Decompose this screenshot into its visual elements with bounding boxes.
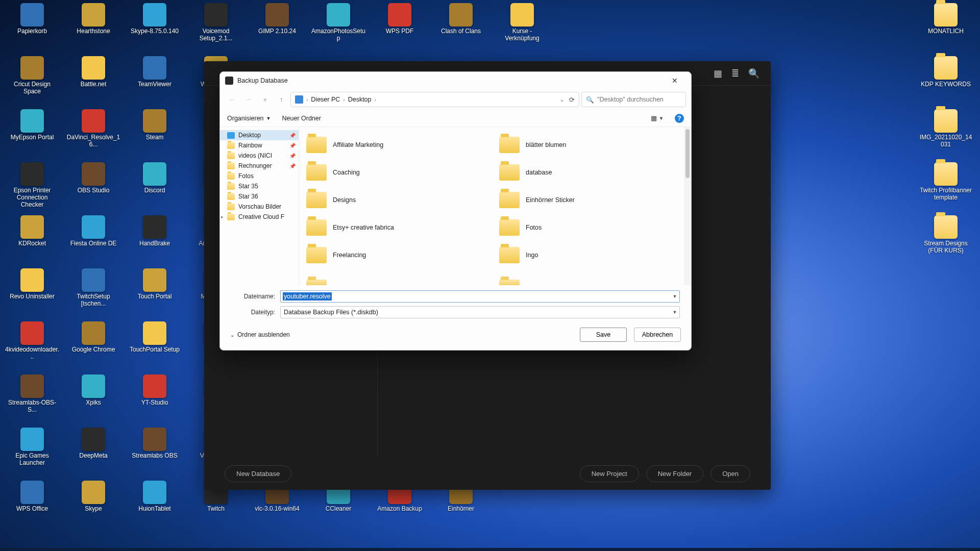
folder-entry[interactable]: Fotos (494, 214, 682, 241)
hide-folders-toggle[interactable]: ⌄ Ordner ausblenden (230, 331, 290, 338)
breadcrumb-item-0[interactable]: Dieser PC (311, 96, 340, 103)
dateityp-field[interactable]: Database Backup Files (*.diskdb) ▼ (280, 306, 680, 318)
desktop-icon[interactable]: Revo Uninstaller (4, 268, 60, 300)
file-grid[interactable]: Affiliate Marketingblätter blumenCoachin… (299, 127, 684, 285)
desktop-icon[interactable]: Voicemod​Setup_2.1... (188, 3, 244, 42)
search-icon[interactable]: 🔍 (748, 68, 760, 79)
folder-entry[interactable]: Designs (301, 186, 489, 214)
scrollbar-thumb[interactable] (685, 129, 690, 178)
desktop-icon[interactable]: TwitchSetup [tschen... (65, 268, 121, 308)
expand-icon[interactable]: ▸ (221, 214, 224, 219)
desktop-icon[interactable]: Clash of Clans (433, 3, 489, 35)
desktop-icon[interactable]: DaVinci_Resolve_16... (65, 109, 121, 148)
breadcrumb-dropdown-icon[interactable]: ⌄ (560, 97, 564, 103)
search-box[interactable]: 🔍 (581, 92, 686, 107)
organize-menu[interactable]: Organisieren ▼ (227, 115, 271, 122)
folder-entry[interactable]: blätter blumen (494, 131, 682, 159)
grid-view-icon[interactable]: ▦ (714, 68, 722, 79)
desktop-icon[interactable]: KDRocket (4, 215, 60, 247)
desktop-icon[interactable]: MyEpson Portal (4, 109, 60, 141)
dateiname-dropdown-icon[interactable]: ▼ (670, 294, 679, 299)
desktop-icon[interactable]: OBS Studio (65, 162, 121, 194)
desktop-icon[interactable]: Xpiks (65, 374, 121, 407)
desktop-icon[interactable]: GIMP 2.10.24 (249, 3, 305, 35)
desktop-icon[interactable]: Epic Games Launcher (4, 428, 60, 467)
desktop-icon[interactable]: Papierkorb (4, 3, 60, 35)
breadcrumb[interactable]: › Dieser PC › Desktop › ⌄ ⟳ (290, 92, 579, 107)
folder-entry[interactable]: Einhörner Sticker (494, 186, 682, 214)
folder-entry[interactable]: Ingo (494, 241, 682, 269)
tree-item[interactable]: Star 35 (220, 181, 299, 191)
open-button[interactable]: Open (710, 465, 750, 482)
desktop-icon[interactable]: HuionTablet (127, 481, 183, 513)
tree-item[interactable]: ▸Creative Cloud F (220, 212, 299, 222)
desktop-icon[interactable]: DeepMeta (65, 428, 121, 460)
save-button[interactable]: Save (580, 328, 627, 342)
tree-item[interactable]: Vorschau Bilder (220, 202, 299, 212)
desktop-icon[interactable]: Epson Printer Connection Checker (4, 162, 60, 208)
folder-entry[interactable]: database (494, 159, 682, 186)
tree-item[interactable]: videos (NICI📌 (220, 151, 299, 161)
pin-icon[interactable]: 📌 (289, 163, 296, 169)
folder-entry[interactable] (301, 269, 489, 285)
desktop-icon[interactable]: Skype-8.75.0.140 (127, 3, 183, 35)
desktop-icon[interactable]: YT-Studio (127, 374, 183, 407)
desktop-icon[interactable]: Google Chrome (65, 321, 121, 354)
desktop-icon[interactable]: TouchPortal Setup (127, 321, 183, 354)
desktop-icon[interactable]: Cricut Design Space (4, 56, 60, 95)
pin-icon[interactable]: 📌 (289, 153, 296, 159)
cancel-button[interactable]: Abbrechen (634, 328, 681, 342)
breadcrumb-item-1[interactable]: Desktop (348, 96, 372, 103)
folder-entry[interactable]: Affiliate Marketing (301, 131, 489, 159)
pin-icon[interactable]: 📌 (289, 143, 296, 148)
dateiname-field[interactable]: youtuber.resolve ▼ (280, 290, 680, 303)
list-view-icon[interactable]: ≣ (731, 68, 739, 79)
dateityp-dropdown-icon[interactable]: ▼ (670, 310, 679, 315)
tree-item[interactable]: Star 36 (220, 191, 299, 202)
desktop-icon[interactable]: AmazonPhotosSetup (310, 3, 366, 42)
desktop-icon[interactable]: WPS PDF (372, 3, 428, 35)
tree-item[interactable]: Rainbow📌 (220, 140, 299, 151)
desktop-icon[interactable]: KDP KEYWORDS (918, 56, 974, 88)
pin-icon[interactable]: 📌 (289, 133, 296, 138)
folder-entry[interactable]: Coaching (301, 159, 489, 186)
dialog-titlebar[interactable]: Backup Database ✕ (220, 72, 691, 89)
desktop-icon[interactable]: Streamlabs OBS (127, 428, 183, 460)
new-folder-button[interactable]: Neuer Ordner (282, 115, 321, 122)
new-folder-button-app[interactable]: New Folder (646, 465, 703, 482)
desktop-icon[interactable]: Stream Designs (FÜR KURS) (918, 215, 974, 255)
desktop-icon[interactable]: Fiesta Online DE (65, 215, 121, 247)
desktop-icon[interactable]: IMG_20211020_14031 (918, 109, 974, 148)
desktop-icon[interactable]: Steam (127, 109, 183, 141)
tree-item[interactable]: Desktop📌 (220, 130, 299, 140)
desktop-icon[interactable]: Streamlabs-OBS-S... (4, 374, 60, 414)
taskbar[interactable] (0, 548, 980, 551)
desktop-icon[interactable]: 4kvideodownloader... (4, 321, 60, 361)
nav-tree-scroll[interactable]: Desktop📌Rainbow📌videos (NICI📌Rechnunger📌… (220, 130, 299, 282)
desktop-icon[interactable]: Touch Portal (127, 268, 183, 300)
chevron-right-icon[interactable]: › (343, 97, 345, 103)
help-icon[interactable]: ? (675, 114, 684, 123)
folder-entry[interactable]: Freelancing (301, 241, 489, 269)
desktop-icon[interactable]: MONATLICH (918, 3, 974, 35)
new-database-button[interactable]: New Database (225, 465, 291, 482)
refresh-icon[interactable]: ⟳ (569, 96, 575, 104)
scrollbar[interactable] (684, 127, 691, 285)
dateiname-value[interactable]: youtuber.resolve (283, 292, 332, 300)
desktop-icon[interactable]: Hearthstone (65, 3, 121, 35)
desktop-icon[interactable]: WPS Office (4, 481, 60, 513)
tree-item[interactable]: Fotos (220, 171, 299, 181)
chevron-right-icon[interactable]: › (375, 97, 376, 103)
desktop-icon[interactable]: Discord (127, 162, 183, 194)
chevron-right-icon[interactable]: › (306, 97, 308, 103)
new-project-button[interactable]: New Project (580, 465, 639, 482)
folder-entry[interactable]: Etsy+ creative fabrica (301, 214, 489, 241)
desktop-icon[interactable]: HandBrake (127, 215, 183, 247)
desktop-icon[interactable]: Battle.net (65, 56, 121, 88)
desktop-icon[interactable]: Twitch Profilbanner template (918, 162, 974, 202)
desktop-icon[interactable]: TeamViewer (127, 56, 183, 88)
view-mode-button[interactable]: ▦ ▼ (651, 114, 664, 122)
desktop-icon[interactable]: Skype (65, 481, 121, 513)
tree-item[interactable]: Rechnunger📌 (220, 161, 299, 171)
folder-entry[interactable] (494, 269, 682, 285)
